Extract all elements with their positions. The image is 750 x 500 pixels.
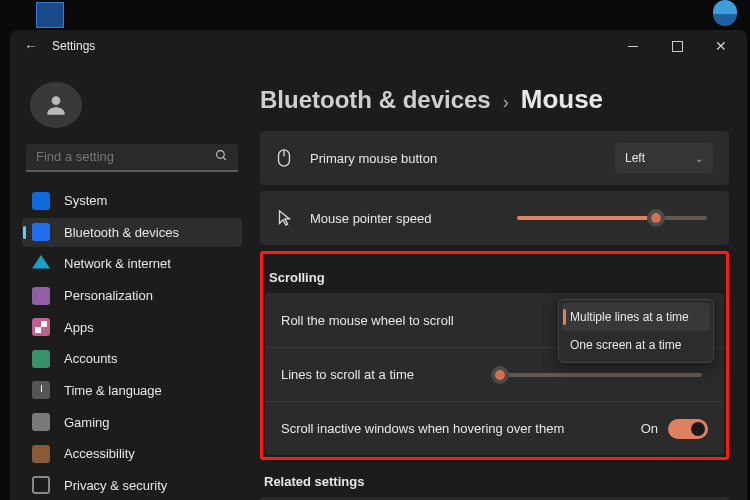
window-title: Settings — [52, 39, 95, 53]
mouse-icon — [276, 148, 294, 168]
toggle-state-text: On — [641, 421, 658, 436]
back-button[interactable]: ← — [24, 38, 44, 54]
pointer-speed-slider[interactable] — [517, 216, 707, 220]
nav-system[interactable]: System — [22, 186, 242, 216]
inactive-label: Scroll inactive windows when hovering ov… — [281, 421, 641, 436]
account-icon — [32, 350, 50, 368]
chevron-down-icon: ⌄ — [695, 153, 703, 164]
desktop-file-icon[interactable] — [36, 2, 64, 28]
content-pane: Bluetooth & devices › Mouse Primary mous… — [248, 62, 747, 500]
svg-point-0 — [52, 96, 61, 105]
wheel-dropdown-menu: Multiple lines at a time One screen at a… — [558, 299, 714, 363]
accessibility-icon — [32, 445, 50, 463]
primary-button-label: Primary mouse button — [310, 151, 615, 166]
nav-personalization[interactable]: Personalization — [22, 281, 242, 311]
nav-accessibility[interactable]: Accessibility — [22, 439, 242, 469]
display-icon — [32, 192, 50, 210]
scrolling-card: Roll the mouse wheel to scroll Multiple … — [265, 293, 724, 455]
titlebar: ← Settings ✕ — [10, 30, 747, 62]
nav-privacy[interactable]: Privacy & security — [22, 470, 242, 500]
wheel-option-multiple-lines[interactable]: Multiple lines at a time — [562, 303, 710, 331]
inactive-windows-toggle[interactable] — [668, 419, 708, 439]
pointer-speed-card: Mouse pointer speed — [260, 191, 729, 245]
nav-apps[interactable]: Apps — [22, 312, 242, 342]
wheel-row: Roll the mouse wheel to scroll Multiple … — [265, 293, 724, 347]
related-heading: Related settings — [264, 474, 729, 489]
search-box[interactable] — [26, 144, 238, 172]
sidebar: System Bluetooth & devices Network & int… — [10, 62, 248, 500]
search-icon — [215, 149, 228, 165]
cursor-icon — [276, 209, 294, 227]
scrolling-heading: Scrolling — [269, 270, 724, 285]
brush-icon — [32, 287, 50, 305]
nav-time-language[interactable]: Time & language — [22, 376, 242, 406]
close-button[interactable]: ✕ — [699, 31, 743, 61]
slider-thumb[interactable] — [491, 366, 509, 384]
page-title: Mouse — [521, 84, 603, 115]
wifi-icon — [32, 255, 50, 273]
settings-window: ← Settings ✕ System Bluetooth & devices … — [10, 30, 747, 500]
user-avatar[interactable] — [30, 82, 82, 128]
pointer-speed-label: Mouse pointer speed — [310, 211, 517, 226]
dropdown-value: Left — [625, 151, 645, 165]
svg-point-1 — [217, 150, 225, 158]
svg-line-2 — [223, 157, 226, 160]
shield-icon — [32, 476, 50, 494]
lines-label: Lines to scroll at a time — [281, 367, 492, 382]
breadcrumb-parent[interactable]: Bluetooth & devices — [260, 86, 491, 114]
nav-list: System Bluetooth & devices Network & int… — [22, 186, 242, 500]
wheel-option-one-screen[interactable]: One screen at a time — [562, 331, 710, 359]
search-input[interactable] — [36, 149, 215, 164]
clock-icon — [32, 381, 50, 399]
primary-button-card: Primary mouse button Left ⌄ — [260, 131, 729, 185]
window-controls: ✕ — [611, 31, 743, 61]
person-icon — [43, 92, 69, 118]
inactive-row: Scroll inactive windows when hovering ov… — [265, 401, 724, 455]
nav-accounts[interactable]: Accounts — [22, 344, 242, 374]
breadcrumb: Bluetooth & devices › Mouse — [260, 84, 729, 115]
slider-thumb[interactable] — [647, 209, 665, 227]
scrolling-highlight: Scrolling Roll the mouse wheel to scroll… — [260, 251, 729, 460]
desktop-edge-icon[interactable] — [710, 0, 740, 28]
chevron-right-icon: › — [503, 92, 509, 113]
nav-bluetooth-devices[interactable]: Bluetooth & devices — [22, 218, 242, 248]
minimize-button[interactable] — [611, 31, 655, 61]
grid-icon — [32, 318, 50, 336]
bluetooth-icon — [32, 223, 50, 241]
lines-slider[interactable] — [492, 373, 702, 377]
nav-gaming[interactable]: Gaming — [22, 407, 242, 437]
primary-button-dropdown[interactable]: Left ⌄ — [615, 143, 713, 173]
gamepad-icon — [32, 413, 50, 431]
maximize-button[interactable] — [655, 31, 699, 61]
nav-network[interactable]: Network & internet — [22, 249, 242, 279]
